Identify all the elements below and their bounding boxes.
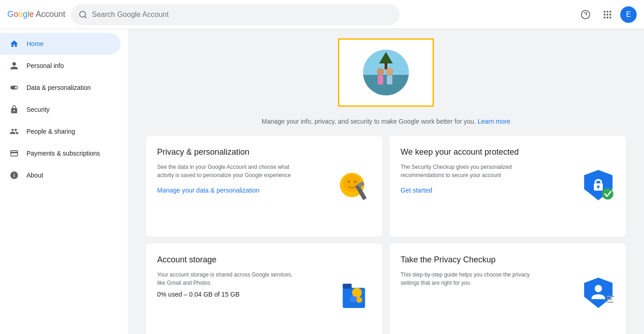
avatar[interactable]: E (620, 6, 637, 23)
svg-rect-7 (604, 14, 606, 16)
svg-rect-11 (607, 16, 608, 18)
sidebar-item-personal-info[interactable]: Personal info (0, 55, 121, 77)
svg-rect-19 (378, 75, 383, 84)
svg-line-1 (84, 16, 86, 17)
sidebar-label-security: Security (26, 106, 50, 113)
svg-rect-10 (604, 16, 606, 18)
svg-rect-9 (610, 14, 612, 16)
info-icon (9, 170, 19, 180)
profile-photo (363, 50, 409, 95)
svg-rect-5 (607, 10, 608, 12)
sidebar-label-home: Home (26, 40, 43, 47)
home-icon (9, 39, 19, 49)
security-card-title: We keep your account protected (401, 147, 540, 157)
storage-stat: 0% used – 0.04 GB of 15 GB (157, 291, 296, 298)
svg-rect-12 (610, 16, 612, 18)
svg-rect-8 (607, 14, 608, 16)
card-icon (9, 148, 19, 158)
storage-card-desc: Your account storage is shared across Go… (157, 271, 296, 287)
svg-rect-33 (343, 284, 352, 289)
profile-photo-container (338, 38, 434, 107)
account-label: Account (36, 10, 65, 19)
privacy-illustration (337, 166, 373, 207)
privacy-card-desc: See the data in your Google Account and … (157, 163, 296, 179)
svg-point-18 (377, 68, 384, 75)
profile-avatar-svg (363, 50, 409, 95)
privacy-card-icon (337, 168, 373, 204)
svg-point-37 (358, 298, 361, 302)
sidebar-item-security[interactable]: Security (0, 99, 121, 120)
person-icon (9, 61, 19, 71)
storage-card-title: Account storage (157, 255, 296, 265)
search-bar[interactable] (71, 4, 400, 25)
help-icon (581, 10, 591, 20)
security-card-icon (580, 168, 617, 204)
sidebar-label-about: About (26, 172, 43, 179)
search-input[interactable] (92, 10, 392, 19)
sidebar-label-payments: Payments & subscriptions (26, 150, 100, 157)
apps-icon (602, 10, 612, 20)
privacy-checkup-icon (580, 276, 617, 312)
svg-point-35 (349, 296, 358, 302)
sidebar-item-payments[interactable]: Payments & subscriptions (0, 142, 121, 164)
storage-card-icon (337, 276, 373, 312)
privacy-checkup-illustration (580, 273, 617, 314)
privacy-checkup-card: Take the Privacy Checkup This step-by-st… (390, 244, 626, 334)
privacy-card: Privacy & personalization See the data i… (146, 136, 382, 236)
manage-description: Manage your info, privacy, and security … (146, 118, 626, 125)
sidebar-item-about[interactable]: About (0, 164, 121, 186)
svg-point-20 (386, 68, 393, 75)
svg-point-31 (602, 188, 613, 199)
privacy-checkup-title: Take the Privacy Checkup (401, 255, 540, 265)
svg-rect-15 (363, 75, 409, 95)
svg-rect-4 (604, 10, 606, 12)
sidebar-label-people-sharing: People & sharing (26, 128, 75, 135)
people-icon (9, 126, 19, 136)
search-icon (79, 10, 87, 19)
svg-rect-30 (598, 187, 599, 188)
help-button[interactable] (576, 5, 595, 24)
privacy-card-title: Privacy & personalization (157, 147, 296, 157)
svg-rect-41 (607, 302, 613, 303)
svg-rect-17 (385, 63, 387, 69)
svg-rect-6 (610, 10, 612, 12)
google-account-logo: Google Account (7, 10, 65, 19)
header-right: E (576, 5, 637, 24)
apps-button[interactable] (598, 5, 617, 24)
privacy-card-link[interactable]: Manage your data & personalization (157, 187, 259, 194)
sidebar-item-data-personalization[interactable]: Data & personalization (0, 77, 121, 99)
layout: Home Personal info Data & personalizatio… (0, 29, 644, 334)
toggle-icon (9, 83, 19, 93)
sidebar-item-home[interactable]: Home (0, 33, 121, 55)
main-content: Manage your info, privacy, and security … (128, 29, 644, 334)
google-g-letter: Google (7, 10, 34, 19)
svg-point-38 (595, 285, 602, 292)
lock-icon (9, 104, 19, 115)
svg-rect-21 (387, 75, 392, 84)
storage-illustration (337, 273, 373, 314)
svg-point-25 (354, 181, 356, 183)
privacy-checkup-desc: This step-by-step guide helps you choose… (401, 271, 540, 287)
security-card-desc: The Security Checkup gives you personali… (401, 163, 540, 179)
sidebar-item-people-sharing[interactable]: People & sharing (0, 120, 121, 142)
security-card-link[interactable]: Get started (401, 187, 432, 194)
svg-point-24 (348, 181, 350, 183)
profile-section (146, 29, 626, 114)
learn-more-link[interactable]: Learn more (478, 118, 511, 125)
security-card: We keep your account protected The Secur… (390, 136, 626, 236)
security-illustration (580, 166, 617, 207)
sidebar: Home Personal info Data & personalizatio… (0, 29, 128, 334)
sidebar-label-personal-info: Personal info (26, 62, 64, 69)
cards-grid: Privacy & personalization See the data i… (146, 136, 626, 334)
storage-card: Account storage Your account storage is … (146, 244, 382, 334)
header: Google Account E (0, 0, 644, 29)
svg-rect-39 (607, 296, 614, 297)
sidebar-label-data-personalization: Data & personalization (26, 84, 91, 91)
svg-rect-40 (607, 299, 612, 300)
